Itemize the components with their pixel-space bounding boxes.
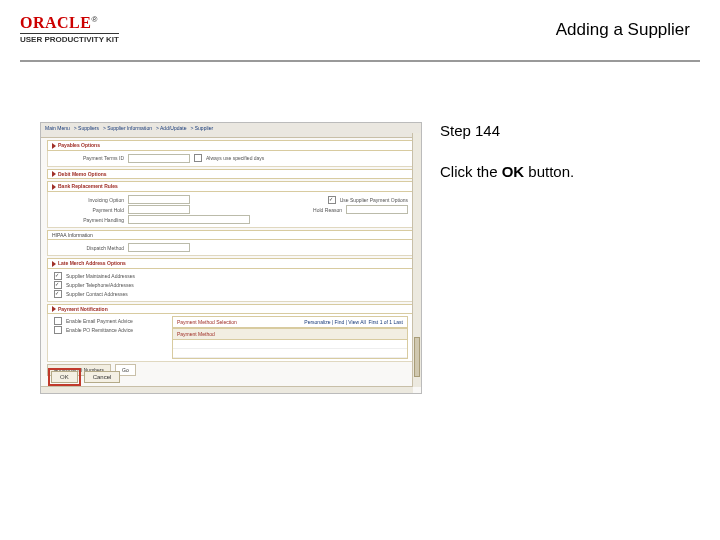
oracle-logo: ORACLE® USER PRODUCTIVITY KIT <box>20 14 119 44</box>
cancel-button[interactable]: Cancel <box>84 371 121 383</box>
horizontal-scrollbar[interactable] <box>41 386 413 393</box>
payment-hold-input[interactable] <box>128 205 190 214</box>
instruction-text: Click the OK button. <box>440 163 574 180</box>
page-title: Adding a Supplier <box>556 20 690 40</box>
payment-handling-input[interactable] <box>128 215 250 224</box>
menubar: Main Menu> Suppliers> Supplier Informati… <box>41 123 421 138</box>
instruction-panel: Step 144 Click the OK button. <box>440 122 574 180</box>
logo-subtitle: USER PRODUCTIVITY KIT <box>20 33 119 44</box>
section-payment-notif: Payment Notification <box>47 304 415 315</box>
step-number: Step 144 <box>440 122 574 139</box>
hold-reason-input[interactable] <box>346 205 408 214</box>
section-hipaa: HIPAA Information <box>47 230 415 240</box>
use-supplier-opts-checkbox[interactable] <box>328 196 336 204</box>
dispatch-input[interactable] <box>128 243 190 252</box>
section-payables: Payables Options <box>47 140 415 151</box>
section-bank-repl: Bank Replacement Rules <box>47 181 415 192</box>
ok-button[interactable]: OK <box>51 371 78 383</box>
section-debit-memo: Debit Memo Options <box>47 169 415 180</box>
app-screenshot: Main Menu> Suppliers> Supplier Informati… <box>40 122 422 394</box>
payment-terms-input[interactable] <box>128 154 190 163</box>
checkbox[interactable] <box>194 154 202 162</box>
section-late-addr: Late Merch Address Options <box>47 258 415 269</box>
invoicing-input[interactable] <box>128 195 190 204</box>
vertical-scrollbar[interactable] <box>412 133 421 387</box>
